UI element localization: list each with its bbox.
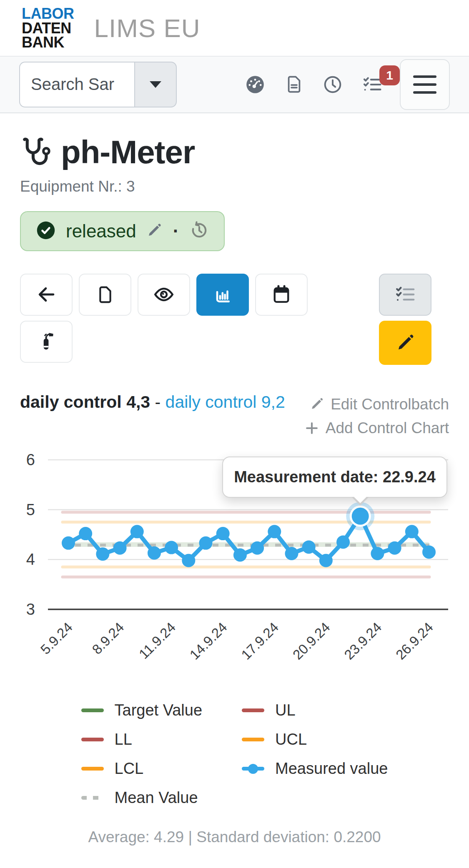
controlbatch-actions: Edit Controlbatch Add Control Chart bbox=[304, 392, 449, 440]
legend-item[interactable]: Mean Value bbox=[81, 789, 203, 807]
add-control-chart-link[interactable]: Add Control Chart bbox=[304, 416, 449, 440]
hamburger-menu-button[interactable] bbox=[400, 59, 450, 110]
back-button[interactable] bbox=[20, 274, 73, 316]
task-list-button[interactable]: 1 bbox=[361, 74, 383, 95]
svg-text:17.9.24: 17.9.24 bbox=[238, 619, 281, 663]
main-content: ph-Meter Equipment Nr.: 3 released · bbox=[0, 133, 469, 846]
calendar-button[interactable] bbox=[255, 274, 308, 316]
svg-text:4: 4 bbox=[26, 551, 35, 569]
legend-item[interactable]: UL bbox=[242, 701, 388, 719]
labordatenbank-logo[interactable]: LABOR DATEN BANK bbox=[22, 7, 74, 50]
page-title-row: ph-Meter bbox=[20, 133, 449, 171]
legend-label: Mean Value bbox=[115, 789, 198, 807]
chart-statistics: Average: 4.29 | Standard deviation: 0.22… bbox=[20, 828, 449, 846]
svg-text:23.9.24: 23.9.24 bbox=[341, 619, 384, 663]
svg-text:5: 5 bbox=[26, 501, 35, 519]
legend-label: Measured value bbox=[275, 760, 388, 778]
legend-label: UL bbox=[275, 701, 296, 719]
legend-swatch-target bbox=[81, 708, 104, 712]
calendar-icon bbox=[271, 284, 292, 305]
logo-line: LABOR bbox=[22, 7, 74, 21]
legend-item[interactable]: UCL bbox=[242, 731, 388, 748]
chart-legend: Target ValueLLLCLMean ValueULUCLMeasured… bbox=[20, 701, 449, 807]
legend-swatch-ucl_lcl bbox=[242, 738, 264, 741]
legend-item[interactable]: Target Value bbox=[81, 701, 203, 719]
legend-swatch-mean bbox=[81, 796, 104, 800]
view-button[interactable] bbox=[138, 274, 190, 316]
legend-label: LL bbox=[115, 731, 132, 748]
legend-item[interactable]: Measured value bbox=[242, 760, 388, 778]
logo-line: BANK bbox=[22, 35, 74, 50]
dot-separator: · bbox=[172, 221, 180, 242]
clock-icon[interactable] bbox=[322, 74, 343, 95]
controlbatch-title: daily control 4,3 - daily control 9,2 bbox=[20, 392, 285, 412]
legend-swatch-ucl_lcl bbox=[81, 767, 104, 771]
bar-chart-icon bbox=[212, 284, 233, 305]
pencil-icon bbox=[394, 332, 416, 354]
search-input[interactable] bbox=[19, 62, 134, 107]
action-buttons bbox=[20, 274, 449, 365]
legend-swatch-ul_ll bbox=[81, 738, 104, 741]
toolbar: 1 bbox=[0, 56, 469, 113]
controlbatch-current: daily control 4,3 bbox=[20, 392, 150, 412]
svg-text:14.9.24: 14.9.24 bbox=[187, 619, 230, 663]
svg-text:26.9.24: 26.9.24 bbox=[393, 619, 436, 663]
svg-text:6: 6 bbox=[26, 451, 35, 469]
check-circle-icon bbox=[35, 219, 57, 243]
svg-text:8.9.24: 8.9.24 bbox=[89, 619, 127, 657]
arrow-left-icon bbox=[35, 283, 58, 306]
speedometer-icon[interactable] bbox=[244, 74, 266, 95]
stethoscope-icon bbox=[20, 136, 51, 168]
list-check-icon bbox=[394, 283, 416, 306]
document-button[interactable] bbox=[79, 274, 131, 316]
fire-extinguisher-icon bbox=[36, 331, 57, 352]
page-title: ph-Meter bbox=[61, 133, 195, 171]
file-icon bbox=[95, 285, 115, 304]
svg-text:11.9.24: 11.9.24 bbox=[136, 619, 178, 662]
edit-button[interactable] bbox=[379, 321, 431, 365]
status-label: released bbox=[66, 221, 136, 242]
app-title: LIMS EU bbox=[94, 13, 201, 43]
eye-icon bbox=[153, 283, 175, 306]
caret-down-icon bbox=[150, 81, 161, 88]
svg-text:20.9.24: 20.9.24 bbox=[290, 619, 333, 663]
checklist-button[interactable] bbox=[379, 274, 431, 316]
legend-label: Target Value bbox=[115, 701, 203, 719]
toolbar-icons: 1 bbox=[244, 74, 383, 95]
app-header: LABOR DATEN BANK LIMS EU bbox=[0, 0, 469, 56]
search-group bbox=[19, 62, 177, 107]
edit-controlbatch-link[interactable]: Edit Controlbatch bbox=[304, 392, 449, 416]
history-icon[interactable] bbox=[189, 220, 210, 242]
control-chart-button[interactable] bbox=[196, 274, 249, 316]
svg-text:3: 3 bbox=[26, 601, 35, 618]
legend-label: UCL bbox=[275, 731, 307, 748]
pencil-icon bbox=[309, 396, 325, 412]
file-text-icon[interactable] bbox=[284, 75, 304, 94]
plus-icon bbox=[304, 420, 320, 436]
chart-tooltip: Measurement date: 22.9.24 bbox=[222, 456, 447, 498]
logo-line: DATEN bbox=[22, 21, 74, 36]
legend-item[interactable]: LCL bbox=[81, 760, 203, 778]
status-badge: released · bbox=[20, 211, 225, 251]
legend-swatch-ul_ll bbox=[242, 708, 264, 712]
legend-label: LCL bbox=[115, 760, 144, 778]
search-scope-dropdown[interactable] bbox=[134, 62, 177, 107]
svg-text:5.9.24: 5.9.24 bbox=[38, 619, 75, 657]
control-chart: 34565.9.248.9.2411.9.2414.9.2417.9.2420.… bbox=[0, 446, 469, 692]
legend-item[interactable]: LL bbox=[81, 731, 203, 748]
menu-icon bbox=[413, 75, 436, 78]
equipment-number: Equipment Nr.: 3 bbox=[20, 178, 449, 195]
controlbatch-header: daily control 4,3 - daily control 9,2 Ed… bbox=[20, 392, 449, 440]
edit-status-pencil-icon[interactable] bbox=[145, 222, 163, 241]
controlbatch-link[interactable]: daily control 9,2 bbox=[166, 392, 285, 412]
fire-extinguisher-button[interactable] bbox=[20, 321, 73, 363]
notification-badge: 1 bbox=[379, 65, 400, 85]
legend-swatch-measured bbox=[242, 767, 264, 771]
